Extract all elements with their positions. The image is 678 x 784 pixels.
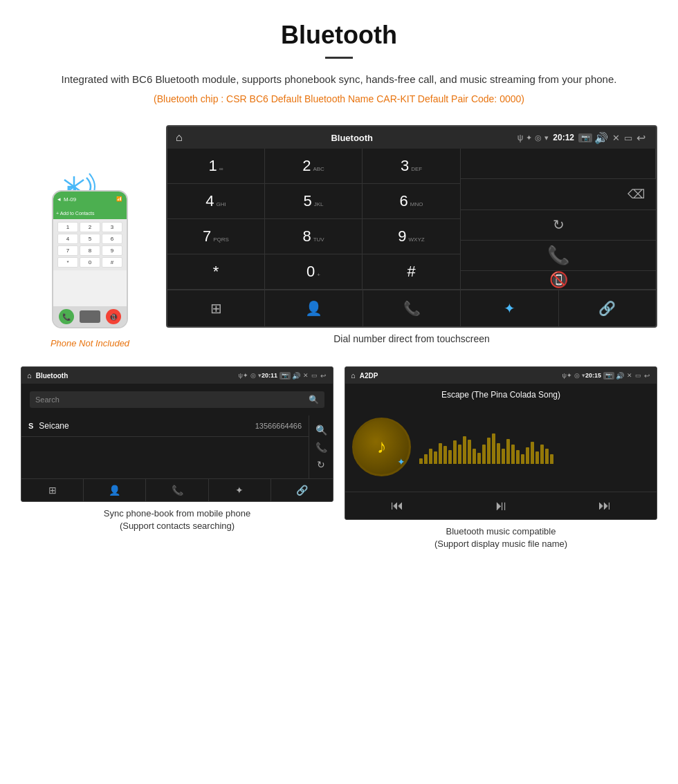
pb-time: 20:11 xyxy=(262,372,277,379)
rewind-btn[interactable]: ⏮ xyxy=(391,498,403,513)
pb-home-icon[interactable]: ⌂ xyxy=(27,371,32,380)
dial-key-7[interactable]: 7PQRS xyxy=(167,219,265,254)
search-placeholder: Search xyxy=(35,395,309,404)
dial-key-hash[interactable]: # xyxy=(363,254,460,290)
pb-side-refresh-icon[interactable]: ↻ xyxy=(317,459,325,470)
pb-bottom-link[interactable]: 🔗 xyxy=(271,479,333,501)
phonebook-list: S Seicane 13566664466 xyxy=(21,416,309,478)
phone-key-0[interactable]: 0 xyxy=(80,257,100,268)
phone-key-8[interactable]: 8 xyxy=(80,245,100,256)
phone-key-5[interactable]: 5 xyxy=(80,234,100,244)
vis-bar xyxy=(439,443,442,464)
fast-forward-btn[interactable]: ⏭ xyxy=(598,498,611,513)
pb-min-icon[interactable]: ▭ xyxy=(311,372,318,379)
usb-icon: ψ xyxy=(517,133,524,142)
bottom-grid-btn[interactable]: ⊞ xyxy=(167,290,265,326)
dial-key-3[interactable]: 3DEF xyxy=(363,149,460,184)
dial-key-9[interactable]: 9WXYZ xyxy=(363,219,460,254)
phonebook-main-area: S Seicane 13566664466 🔍 📞 ↻ xyxy=(21,416,333,478)
contact-number: 13566664466 xyxy=(255,422,302,430)
pb-bottom-bt[interactable]: ✦ xyxy=(209,479,271,501)
music-back-icon[interactable]: ↩ xyxy=(644,372,650,380)
bottom-contacts-btn[interactable]: 👤 xyxy=(265,290,363,326)
dial-key-6[interactable]: 6MNO xyxy=(363,184,460,219)
phone-key-2[interactable]: 2 xyxy=(80,222,100,232)
dial-caption: Dial number direct from touchscreen xyxy=(166,333,657,344)
contacts-icon: 👤 xyxy=(305,300,322,317)
phone-key-1[interactable]: 1 xyxy=(57,222,78,232)
vis-bar xyxy=(458,445,461,464)
pb-vol-icon[interactable]: 🔊 xyxy=(292,372,300,380)
end-call-btn[interactable]: 📵 xyxy=(461,271,656,290)
call-green-icon: 📞 xyxy=(547,245,569,266)
dial-right-panel: ⌫ ↻ 📞 📵 xyxy=(461,149,656,290)
pb-back-icon[interactable]: ↩ xyxy=(320,372,326,380)
pb-screen-title: Bluetooth xyxy=(36,372,239,380)
pb-bottom-grid[interactable]: ⊞ xyxy=(21,479,84,501)
vis-bar xyxy=(463,436,466,464)
dial-key-4[interactable]: 4GHI xyxy=(167,184,265,219)
backspace-btn[interactable]: ⌫ xyxy=(461,179,656,209)
music-bt-icon: ✦ xyxy=(567,372,572,379)
pb-contact-icon: 👤 xyxy=(109,485,120,496)
back-icon[interactable]: ↩ xyxy=(636,131,645,144)
car-bottom-row: ⊞ 👤 📞 ✦ 🔗 xyxy=(167,290,656,326)
music-vol-icon[interactable]: 🔊 xyxy=(616,372,624,380)
car-status-bar: ⌂ Bluetooth ψ ✦ ◎ ▾ 20:12 📷 🔊 ✕ ▭ ↩ xyxy=(167,127,656,149)
phone-illustration: ʙ ◂ M-09 📶 xyxy=(45,162,135,328)
dial-key-5[interactable]: 5JKL xyxy=(265,184,363,219)
phone-key-3[interactable]: 3 xyxy=(102,222,122,232)
phonebook-caption: Sync phone-book from mobile phone (Suppo… xyxy=(104,507,250,532)
music-panel: ⌂ A2DP ψ ✦ ◎ ▾ 20:15 📷 🔊 ✕ ▭ ↩ Escape (T… xyxy=(345,366,657,550)
phone-call-btn[interactable]: 📞 xyxy=(59,309,74,324)
music-home-icon[interactable]: ⌂ xyxy=(351,371,356,380)
phone-key-7[interactable]: 7 xyxy=(57,245,78,256)
phone-key-9[interactable]: 9 xyxy=(102,245,122,256)
phone-key-hash[interactable]: # xyxy=(102,257,122,268)
bottom-link-btn[interactable]: 🔗 xyxy=(559,290,656,326)
music-min-icon[interactable]: ▭ xyxy=(635,372,641,379)
pb-cam-icon[interactable]: 📷 xyxy=(280,372,291,380)
pb-bottom-contact[interactable]: 👤 xyxy=(84,479,146,501)
bt-on-album-icon: ✦ xyxy=(397,456,405,467)
camera-icon[interactable]: 📷 xyxy=(578,133,592,142)
location-icon: ◎ xyxy=(535,133,542,142)
play-pause-btn[interactable]: ⏯ xyxy=(494,498,508,514)
phone-end-btn[interactable]: 📵 xyxy=(106,309,121,324)
status-icons: ✦ ◎ ▾ xyxy=(526,133,549,142)
search-icon: 🔍 xyxy=(309,395,319,404)
bottom-bt-btn[interactable]: ✦ xyxy=(461,290,558,326)
contact-row-seicane[interactable]: S Seicane 13566664466 xyxy=(21,416,309,437)
vis-bar xyxy=(511,445,515,464)
music-close-icon[interactable]: ✕ xyxy=(627,372,632,379)
bottom-phone-btn[interactable]: 📞 xyxy=(363,290,461,326)
dial-key-0[interactable]: 0+ xyxy=(265,254,363,290)
vis-bar xyxy=(477,453,481,464)
pb-close-icon[interactable]: ✕ xyxy=(303,372,309,379)
music-cam-icon[interactable]: 📷 xyxy=(603,372,614,380)
phone-key-4[interactable]: 4 xyxy=(57,234,78,244)
empty-list-area xyxy=(21,437,309,478)
phonebook-search-bar[interactable]: Search 🔍 xyxy=(30,391,324,408)
call-btn[interactable]: 📞 xyxy=(461,241,656,271)
phone-key-6[interactable]: 6 xyxy=(102,234,122,244)
dial-key-1[interactable]: 1∞ xyxy=(167,149,265,184)
pb-side-search-icon[interactable]: 🔍 xyxy=(315,424,327,436)
dial-key-2[interactable]: 2ABC xyxy=(265,149,363,184)
dial-key-star[interactable]: * xyxy=(167,254,265,290)
vis-bar xyxy=(487,438,491,464)
volume-icon[interactable]: 🔊 xyxy=(594,131,608,144)
home-icon[interactable]: ⌂ xyxy=(176,131,183,144)
phone-key-star[interactable]: * xyxy=(57,257,78,268)
dial-key-8[interactable]: 8TUV xyxy=(265,219,363,254)
refresh-btn[interactable]: ↻ xyxy=(461,210,656,241)
close-icon[interactable]: ✕ xyxy=(612,133,620,143)
pb-bottom-phone[interactable]: 📞 xyxy=(146,479,208,501)
pb-bt-icon-bottom: ✦ xyxy=(235,485,244,496)
phonebook-screen: ⌂ Bluetooth ψ ✦ ◎ ▾ 20:11 📷 🔊 ✕ ▭ ↩ Sear… xyxy=(21,366,333,502)
backspace-icon: ⌫ xyxy=(627,187,645,202)
pb-grid-icon: ⊞ xyxy=(48,485,57,496)
minimize-icon[interactable]: ▭ xyxy=(624,133,632,143)
pb-side-phone-icon[interactable]: 📞 xyxy=(315,442,327,453)
music-controls: ⏮ ⏯ ⏭ xyxy=(345,492,657,519)
